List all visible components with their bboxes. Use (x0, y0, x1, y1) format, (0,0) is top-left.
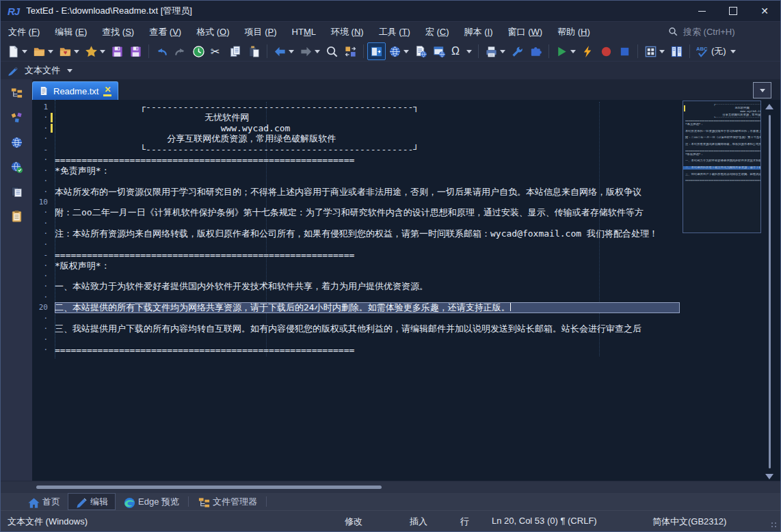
menu-item-i[interactable]: 脚本 (I) (457, 22, 501, 42)
side-panel-button[interactable] (367, 42, 386, 60)
page-globe-button[interactable] (412, 42, 430, 60)
editor-line[interactable]: · (32, 239, 680, 250)
tab-readme[interactable]: Readme.txt ✕ (32, 81, 118, 100)
history-clock-button[interactable] (189, 42, 208, 60)
copy-button[interactable] (226, 42, 245, 60)
nav-forward-button[interactable] (297, 42, 323, 60)
text-content[interactable]: 1 ┌-------------------------------------… (32, 102, 680, 356)
scroll-up-icon[interactable] (765, 104, 773, 109)
chevron-down-icon[interactable] (403, 50, 409, 53)
editor-line[interactable]: ·注：本站所有资源均来自网络转载，版权归原作者和公司所有，如果有侵犯到您的权益，… (32, 228, 680, 239)
chevron-down-icon[interactable] (289, 50, 294, 53)
horizontal-scroll-thumb[interactable] (36, 486, 382, 489)
window-grid-button[interactable] (641, 42, 667, 60)
status-cursor-position[interactable]: Ln 20, Col 53 (0) ¶ (CRLF) (492, 516, 597, 526)
menu-item-w[interactable]: 窗口 (W) (501, 22, 551, 42)
chevron-down-icon[interactable] (100, 50, 105, 53)
chevron-down-icon[interactable] (315, 50, 320, 53)
editor-line[interactable]: · 无忧软件网 (32, 112, 680, 122)
quick-run-bolt-button[interactable] (579, 42, 597, 60)
chevron-down-icon[interactable] (730, 50, 736, 53)
editor-line[interactable]: · (32, 313, 680, 323)
menu-item-c[interactable]: 宏 (C) (418, 22, 457, 42)
sidebar-clipboard-button[interactable] (8, 209, 25, 224)
undo-button[interactable] (153, 42, 171, 60)
chevron-down-icon[interactable] (500, 50, 505, 53)
chevron-down-icon[interactable] (48, 50, 53, 53)
document-list-dropdown[interactable] (753, 82, 771, 98)
print-button[interactable] (482, 42, 508, 60)
cut-scissors-button[interactable]: ✂ (208, 42, 226, 60)
vertical-scroll-thumb[interactable] (769, 115, 771, 468)
chevron-down-icon[interactable] (570, 50, 576, 53)
editor-line[interactable]: · www.wycad.com (32, 123, 680, 133)
bottom-tab-edit[interactable]: 编辑 (68, 493, 116, 510)
paste-button[interactable] (245, 42, 263, 60)
redo-button[interactable] (171, 42, 189, 60)
tab-close-icon[interactable]: ✕ (103, 86, 111, 96)
open-folder-button[interactable] (30, 42, 56, 60)
scroll-down-icon[interactable] (765, 474, 773, 479)
resize-grip[interactable] (771, 522, 778, 529)
bottom-tab-edge-preview[interactable]: Edge 预览 (116, 493, 187, 510)
editor-line[interactable]: ·=======================================… (32, 345, 680, 355)
vertical-scrollbar[interactable] (763, 100, 776, 481)
editor-line[interactable]: 1 ┌-------------------------------------… (32, 102, 680, 112)
plugin-puzzle-button[interactable] (527, 42, 545, 60)
editor-line[interactable]: · 分享互联网优质资源，常用绿色破解版软件 (32, 133, 680, 144)
status-line-mode[interactable]: 行 (460, 516, 469, 528)
syntax-select[interactable]: 文本文件 (25, 64, 60, 77)
menu-item-t[interactable]: 工具 (T) (371, 22, 418, 42)
editor-line[interactable]: · (32, 334, 680, 345)
save-button[interactable] (108, 42, 127, 60)
browser-globe-button[interactable] (386, 42, 412, 60)
editor-line[interactable]: ·三、我站提供用户下载的所有内容均转自互联网。如有内容侵犯您的版权或其他利益的，… (32, 323, 680, 334)
tools-wrench-button[interactable] (508, 42, 527, 60)
spell-check-button[interactable]: ABC(无) (693, 42, 739, 60)
editor-line[interactable]: ·附：二oo二年一月一日《计算机软件保护条例》第十七条规定：为了学习和研究软件内… (32, 207, 680, 217)
status-encoding[interactable]: 简体中文(GB2312) (652, 516, 726, 528)
special-char-omega-button[interactable]: Ω (449, 42, 475, 60)
chevron-down-icon[interactable] (659, 50, 665, 53)
folder-favorites-button[interactable]: ♥ (56, 42, 82, 60)
editor-line[interactable]: ·一、本站致力于为软件爱好者提供国内外软件开发技术和软件共享，着力为用户提供优资… (32, 281, 680, 291)
chevron-down-icon[interactable] (74, 50, 79, 53)
nav-back-button[interactable] (271, 42, 297, 60)
menu-item-p[interactable]: 项目 (P) (237, 22, 284, 42)
sidebar-browser-globe-button[interactable] (8, 135, 25, 150)
editor-line[interactable]: 10 (32, 197, 680, 207)
menu-item-e[interactable]: 编辑 (E) (47, 22, 94, 42)
view-columns-button[interactable] (667, 42, 686, 60)
close-button[interactable]: ✕ (749, 1, 780, 21)
stop-button[interactable] (615, 42, 634, 60)
chevron-down-icon[interactable] (466, 50, 472, 53)
sidebar-snippets-doc-button[interactable] (8, 184, 25, 199)
editor-line[interactable]: ·=======================================… (32, 155, 680, 165)
editor-line[interactable]: - └-------------------------------------… (32, 144, 680, 155)
maximize-button[interactable] (717, 1, 749, 21)
editor-line[interactable]: · (32, 271, 680, 281)
bottom-tab-file-manager[interactable]: 文件管理器 (190, 493, 265, 510)
menu-item-s[interactable]: 查找 (S) (94, 22, 142, 42)
editor-line[interactable]: · (32, 176, 680, 186)
menu-item-f[interactable]: 文件 (F) (1, 22, 47, 42)
minimap[interactable]: ┌---------------------------------------… (683, 101, 761, 233)
window-globe-button[interactable] (430, 42, 449, 60)
bottom-tab-home[interactable]: 首页 (20, 493, 68, 510)
record-macro-button[interactable] (597, 42, 615, 60)
editor-line[interactable]: · (32, 292, 680, 302)
editor-line[interactable]: -=======================================… (32, 250, 680, 260)
status-doc-type[interactable]: 文本文件 (Windows) (8, 516, 88, 528)
menu-item-n[interactable]: 环境 (N) (323, 22, 371, 42)
status-insert-mode[interactable]: 插入 (410, 516, 427, 528)
editor-line[interactable]: ·*免责声明*： (32, 165, 680, 176)
editor-line[interactable]: · (32, 218, 680, 228)
menu-item-m[interactable]: HTML (284, 22, 323, 42)
favorites-star-button[interactable] (82, 42, 108, 60)
menu-search-input[interactable]: 搜索 (Ctrl+H) (668, 26, 771, 38)
replace-button[interactable] (341, 42, 360, 60)
menu-item-v[interactable]: 查看 (V) (142, 22, 189, 42)
minimize-button[interactable] (686, 1, 717, 21)
editor-line[interactable]: 20二、本站提供的所有下载文件均为网络共享资源，请于下载后的24小时内删除。如需… (32, 302, 680, 312)
sidebar-symbols-shapes-button[interactable] (8, 110, 25, 125)
